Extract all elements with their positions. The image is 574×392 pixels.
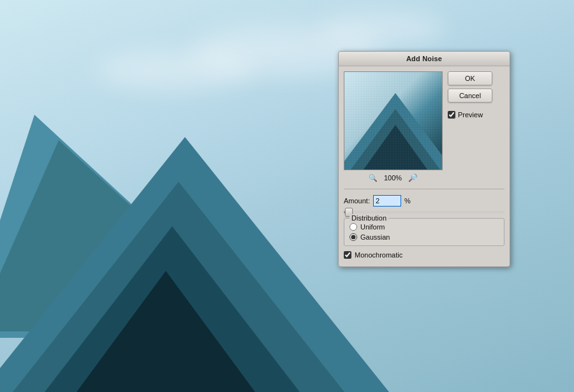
uniform-radio-row: Uniform <box>350 223 499 231</box>
preview-tri-3 <box>364 125 427 170</box>
distribution-legend: Distribution <box>350 214 388 222</box>
geometric-shapes <box>0 0 383 392</box>
preview-label: Preview <box>458 111 483 119</box>
triangle-dark <box>77 271 255 392</box>
ok-button[interactable]: OK <box>448 71 492 85</box>
zoom-level: 100% <box>384 174 402 182</box>
preview-row: Preview <box>448 111 492 119</box>
dialog-overlay: Add Noise 🔍 100% 🔎 <box>338 51 510 267</box>
preview-tri-1 <box>344 93 443 170</box>
side-buttons: OK Cancel Preview <box>448 71 492 119</box>
separator-1 <box>344 189 504 189</box>
uniform-label: Uniform <box>360 223 385 231</box>
monochromatic-row: Monochromatic <box>344 249 504 261</box>
add-noise-dialog: Add Noise 🔍 100% 🔎 <box>338 51 510 267</box>
dialog-body: 🔍 100% 🔎 OK Cancel Preview <box>339 66 510 266</box>
gaussian-radio[interactable] <box>350 233 357 241</box>
zoom-out-icon[interactable]: 🔍 <box>369 174 378 182</box>
uniform-radio[interactable] <box>350 223 357 231</box>
monochromatic-label: Monochromatic <box>355 251 402 259</box>
dialog-title: Add Noise <box>406 55 442 62</box>
preview-tri-2 <box>351 109 440 170</box>
monochromatic-checkbox[interactable] <box>344 251 351 259</box>
preview-box[interactable] <box>344 71 443 170</box>
gaussian-label: Gaussian <box>360 233 390 241</box>
dialog-titlebar: Add Noise <box>339 52 510 66</box>
zoom-row: 🔍 100% 🔎 <box>344 170 443 186</box>
amount-row: Amount: % <box>344 192 504 208</box>
amount-unit: % <box>404 197 411 205</box>
gaussian-radio-row: Gaussian <box>350 233 499 241</box>
main-row: 🔍 100% 🔎 OK Cancel Preview <box>344 71 504 186</box>
cancel-button[interactable]: Cancel <box>448 89 492 103</box>
preview-checkbox[interactable] <box>448 111 455 119</box>
amount-label: Amount: <box>344 197 370 205</box>
amount-slider-track[interactable] <box>344 211 504 214</box>
amount-input[interactable] <box>373 195 401 207</box>
preview-section: 🔍 100% 🔎 <box>344 71 443 186</box>
distribution-box: Distribution Uniform Gaussian <box>344 218 504 246</box>
zoom-in-icon[interactable]: 🔎 <box>408 173 418 182</box>
